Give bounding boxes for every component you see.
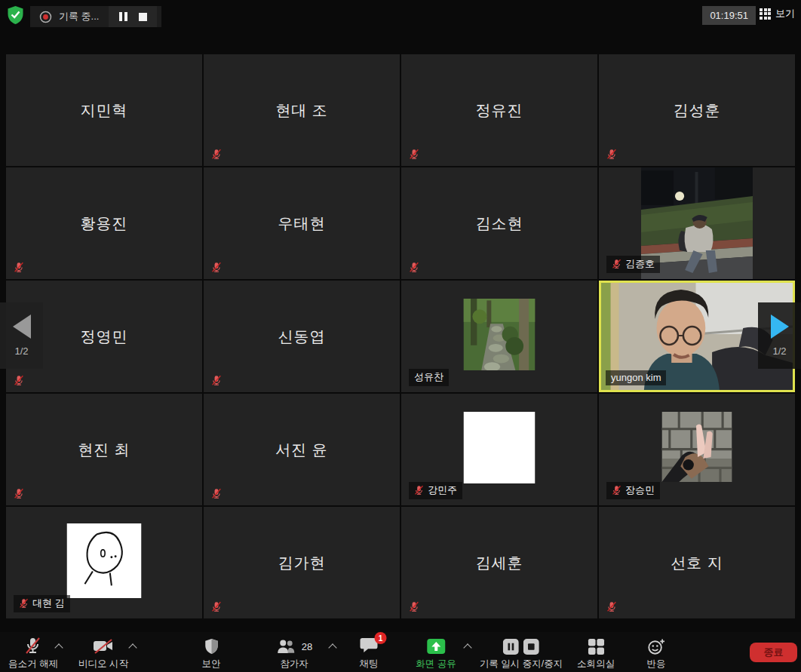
- participant-name: 김소현: [401, 167, 597, 279]
- security-shield-icon[interactable]: [5, 5, 26, 26]
- participant-name: 김세훈: [401, 507, 597, 618]
- participant-name: 우태현: [204, 167, 400, 279]
- share-screen-button[interactable]: 화면 공유: [416, 637, 456, 670]
- participant-name-label: yungon kim: [606, 370, 666, 385]
- share-options-chevron[interactable]: [463, 643, 471, 652]
- participant-avatar-forest: [464, 299, 536, 370]
- end-meeting-button[interactable]: 종료: [750, 643, 797, 662]
- participant-tile[interactable]: 선호 지: [599, 507, 795, 618]
- video-off-icon: [92, 638, 115, 655]
- zoom-meeting-window: 기록 중... 01:19:51 보기 지민혁 현대 조: [0, 0, 801, 672]
- participant-tile[interactable]: 김소현: [401, 167, 597, 279]
- pause-icon: [119, 12, 127, 21]
- participant-name: 지민혁: [6, 54, 202, 166]
- prev-page-button[interactable]: 1/2: [0, 302, 43, 369]
- participant-name-label: 성유찬: [409, 369, 449, 386]
- participant-tile[interactable]: 현대 조: [204, 54, 400, 166]
- participant-tile-avatar[interactable]: 장승민: [599, 394, 795, 505]
- muted-mic-icon: [612, 259, 621, 269]
- security-shield-toolbar-icon: [203, 638, 219, 655]
- participant-name: yungon kim: [611, 372, 661, 383]
- recording-stop-button[interactable]: [134, 8, 151, 25]
- participant-name: 서진 윤: [204, 394, 400, 505]
- breakout-rooms-button[interactable]: 소회의실: [577, 637, 615, 670]
- muted-mic-icon: [211, 149, 222, 160]
- participant-tile[interactable]: 황용진: [6, 167, 202, 279]
- participant-name: 황용진: [6, 167, 202, 279]
- video-grid: 지민혁 현대 조 정유진 김성훈 황용진 우태현 김소현: [6, 54, 795, 618]
- pause-recording-icon: [503, 639, 519, 655]
- muted-mic-icon: [19, 598, 29, 609]
- record-pause-stop-button[interactable]: 기록 일시 중지/중지: [480, 637, 563, 670]
- start-video-label: 비디오 시작: [78, 658, 128, 670]
- breakout-rooms-icon: [588, 638, 605, 655]
- participant-avatar-hand-pavement: [662, 412, 732, 482]
- recording-indicator: 기록 중...: [30, 6, 161, 27]
- participant-tile[interactable]: 김세훈: [401, 507, 597, 618]
- participant-tile-avatar[interactable]: 대현 김: [6, 507, 202, 618]
- participant-tile[interactable]: 현진 최: [6, 394, 202, 505]
- participant-tile-avatar[interactable]: 성유찬: [401, 281, 597, 392]
- chevron-right-icon: [771, 315, 789, 339]
- chat-label: 채팅: [360, 658, 379, 670]
- participant-tile[interactable]: 김성훈: [599, 54, 795, 166]
- participant-name: 정유진: [401, 54, 597, 166]
- page-indicator: 1/2: [772, 345, 786, 357]
- muted-mic-icon: [14, 488, 24, 499]
- participant-tile[interactable]: 신동엽: [204, 281, 400, 392]
- reactions-button[interactable]: 반응: [647, 637, 666, 670]
- participant-name: 김가현: [204, 507, 400, 618]
- muted-mic-icon: [14, 262, 24, 273]
- participants-button[interactable]: 28 참가자: [276, 637, 312, 670]
- participant-name: 선호 지: [599, 507, 795, 618]
- participants-options-chevron[interactable]: [328, 643, 336, 652]
- recording-pause-button[interactable]: [115, 8, 131, 25]
- muted-mic-toolbar-icon: [22, 637, 44, 655]
- chat-button[interactable]: 1 채팅: [360, 637, 379, 670]
- chat-badge: 1: [375, 632, 387, 644]
- participant-name: 성유찬: [414, 370, 443, 384]
- participant-name: 신동엽: [204, 281, 400, 392]
- participant-name-label: 김종호: [606, 256, 660, 273]
- page-indicator: 1/2: [14, 345, 28, 357]
- muted-mic-icon: [14, 375, 24, 386]
- muted-mic-icon: [409, 601, 419, 612]
- video-options-chevron[interactable]: [128, 643, 137, 652]
- participants-label: 참가자: [280, 658, 308, 670]
- participant-tile[interactable]: 서진 윤: [204, 394, 400, 505]
- participant-tile-avatar[interactable]: 강민주: [401, 394, 597, 505]
- record-control-label: 기록 일시 중지/중지: [480, 658, 563, 670]
- stop-icon: [139, 13, 147, 21]
- muted-mic-icon: [606, 601, 617, 612]
- participant-name: 현대 조: [204, 54, 400, 166]
- participant-avatar-white-square: [464, 412, 536, 483]
- participants-count: 28: [302, 641, 312, 652]
- participant-tile-video[interactable]: 김종호: [599, 167, 795, 279]
- view-button[interactable]: 보기: [760, 7, 795, 20]
- participant-tile[interactable]: 정유진: [401, 54, 597, 166]
- chevron-left-icon: [13, 315, 31, 339]
- muted-mic-icon: [409, 262, 419, 273]
- participant-tile[interactable]: 지민혁: [6, 54, 202, 166]
- start-video-button[interactable]: 비디오 시작: [78, 637, 128, 670]
- muted-mic-icon: [612, 485, 621, 496]
- participant-name: 현진 최: [6, 394, 202, 505]
- participant-name: 강민주: [428, 483, 457, 497]
- unmute-button[interactable]: 음소거 해제: [8, 637, 58, 670]
- muted-mic-icon: [414, 485, 424, 496]
- stop-recording-icon: [523, 639, 539, 655]
- participant-tile[interactable]: 김가현: [204, 507, 400, 618]
- participants-icon: [276, 638, 296, 655]
- gallery-grid-icon: [760, 8, 771, 20]
- participant-name-label: 강민주: [409, 482, 462, 499]
- muted-mic-icon: [606, 149, 617, 160]
- participant-name: 대현 김: [32, 597, 65, 610]
- muted-mic-icon: [211, 488, 222, 499]
- recording-label: 기록 중...: [59, 10, 99, 23]
- share-screen-icon: [426, 638, 446, 655]
- muted-mic-icon: [211, 262, 222, 273]
- next-page-button[interactable]: 1/2: [758, 302, 801, 369]
- share-screen-label: 화면 공유: [416, 658, 456, 670]
- security-button[interactable]: 보안: [202, 637, 221, 670]
- participant-tile[interactable]: 우태현: [204, 167, 400, 279]
